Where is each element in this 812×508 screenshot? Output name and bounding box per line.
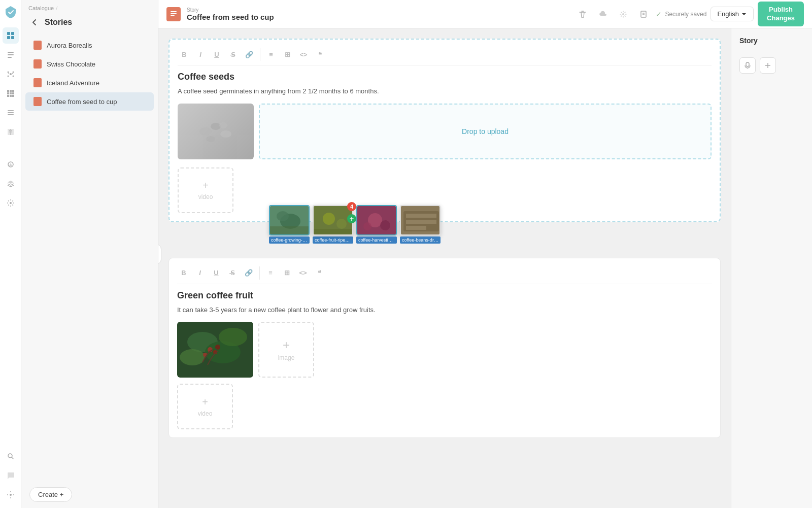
sidebar-item-aurora[interactable]: Aurora Borealis bbox=[25, 36, 154, 54]
nav-shapes[interactable] bbox=[3, 156, 19, 173]
nav-chat[interactable] bbox=[3, 467, 19, 484]
sidebar-item-coffee[interactable]: Coffee from seed to cup bbox=[25, 92, 154, 111]
nav-catalogue[interactable] bbox=[3, 27, 19, 44]
content-area: B I U S̶ 🔗 ≡ ⊞ <> ❝ Coffee seeds A coffe… bbox=[158, 28, 812, 508]
svg-rect-57 bbox=[406, 214, 436, 218]
svg-rect-24 bbox=[8, 112, 14, 113]
saved-status: ✓ Securely saved bbox=[656, 10, 706, 18]
toolbar-bold[interactable]: B bbox=[178, 48, 191, 61]
svg-point-41 bbox=[206, 136, 215, 142]
thumb-1: coffee-growing-twice-a-...vest.jpg bbox=[269, 205, 310, 244]
toolbar2-link[interactable]: 🔗 bbox=[242, 266, 255, 280]
toolbar2-bold[interactable]: B bbox=[177, 266, 190, 280]
toolbar-grid[interactable]: ⊞ bbox=[281, 48, 294, 61]
svg-rect-30 bbox=[35, 43, 40, 48]
nav-bottom-settings[interactable] bbox=[3, 487, 19, 503]
story-type-icon bbox=[166, 7, 181, 21]
panel-mic-button[interactable] bbox=[739, 57, 756, 74]
nav-layers[interactable] bbox=[3, 176, 19, 192]
thumb-img-3 bbox=[356, 205, 397, 235]
nav-pages[interactable] bbox=[3, 47, 19, 63]
thumb-img-4 bbox=[400, 205, 441, 235]
toolbar-underline[interactable]: U bbox=[210, 48, 223, 61]
sidebar-item-swiss[interactable]: Swiss Chocolate bbox=[25, 55, 154, 73]
floating-thumbnails: coffee-growing-twice-a-...vest.jpg bbox=[269, 205, 441, 244]
svg-rect-35 bbox=[641, 11, 646, 17]
panel-add-button[interactable] bbox=[760, 57, 776, 74]
back-button[interactable] bbox=[28, 16, 41, 28]
saved-text: Securely saved bbox=[665, 11, 706, 18]
thumb-2: + 4 coffee-fruit-ripening.jpg bbox=[313, 205, 353, 244]
toolbar2-underline[interactable]: U bbox=[210, 266, 223, 280]
block-1-title: Coffee seeds bbox=[178, 72, 712, 82]
delete-button[interactable] bbox=[574, 6, 591, 22]
nav-grid[interactable] bbox=[3, 85, 19, 101]
nav-network[interactable] bbox=[3, 66, 19, 82]
toolbar2-grid[interactable]: ⊞ bbox=[280, 266, 293, 280]
toolbar2-code[interactable]: <> bbox=[296, 266, 310, 280]
icon-bar bbox=[0, 0, 21, 508]
document-button[interactable] bbox=[635, 6, 652, 22]
nav-search[interactable] bbox=[3, 448, 19, 464]
video2-label: video bbox=[198, 410, 213, 417]
video-plus-icon: + bbox=[202, 180, 209, 191]
publish-button[interactable]: Publish Changes bbox=[758, 2, 804, 27]
svg-rect-0 bbox=[7, 32, 10, 35]
svg-rect-15 bbox=[10, 90, 12, 92]
video-placeholder-1[interactable]: + video bbox=[178, 167, 233, 213]
block-2-description: It can take 3-5 years for a new coffee p… bbox=[177, 305, 712, 315]
thumb-img-1 bbox=[269, 205, 310, 235]
video-placeholder-2[interactable]: + video bbox=[177, 384, 233, 429]
main-area: Story Coffee from seed to cup bbox=[158, 0, 812, 508]
add-image-placeholder[interactable]: + image bbox=[258, 322, 314, 378]
svg-point-38 bbox=[199, 127, 212, 136]
language-selector[interactable]: English bbox=[710, 7, 754, 21]
collapse-handle[interactable] bbox=[158, 244, 161, 264]
sidebar-list: Aurora Borealis Swiss Chocolate Iceland … bbox=[21, 33, 158, 481]
toolbar-strikethrough[interactable]: S̶ bbox=[226, 48, 240, 61]
svg-rect-16 bbox=[12, 90, 14, 92]
svg-rect-17 bbox=[7, 92, 9, 94]
svg-point-29 bbox=[10, 494, 12, 496]
sidebar-item-label-iceland: Iceland Adventure bbox=[47, 79, 99, 87]
thumb-4: coffee-beans-drying.jpg bbox=[400, 205, 441, 244]
drop-zone-1[interactable]: Drop to upload bbox=[259, 104, 712, 159]
settings-button[interactable] bbox=[615, 6, 631, 22]
drop-zone-text: Drop to upload bbox=[462, 127, 509, 136]
svg-rect-6 bbox=[8, 57, 12, 58]
svg-point-39 bbox=[211, 123, 221, 130]
toolbar2-italic[interactable]: I bbox=[193, 266, 207, 280]
nav-settings[interactable] bbox=[3, 195, 19, 211]
topbar: Story Coffee from seed to cup bbox=[158, 0, 812, 28]
story-label-group: Story Coffee from seed to cup bbox=[187, 7, 274, 21]
block-1-image[interactable] bbox=[178, 104, 254, 159]
toolbar-link[interactable]: 🔗 bbox=[243, 48, 256, 61]
svg-rect-18 bbox=[10, 92, 12, 94]
block-1-description: A coffee seed germinates in anything fro… bbox=[178, 86, 712, 96]
create-button[interactable]: Create + bbox=[29, 487, 72, 502]
nav-book[interactable] bbox=[3, 124, 19, 140]
svg-line-12 bbox=[8, 73, 9, 74]
svg-rect-4 bbox=[8, 52, 14, 53]
toolbar-list[interactable]: ≡ bbox=[264, 48, 278, 61]
sidebar-item-iceland[interactable]: Iceland Adventure bbox=[25, 74, 154, 92]
svg-rect-23 bbox=[8, 110, 14, 111]
toolbar-quote[interactable]: ❝ bbox=[313, 48, 326, 61]
svg-rect-21 bbox=[10, 95, 12, 97]
nav-list[interactable] bbox=[3, 105, 19, 121]
toolbar2-strikethrough[interactable]: S̶ bbox=[226, 266, 239, 280]
svg-point-42 bbox=[219, 122, 227, 128]
svg-point-7 bbox=[10, 73, 12, 75]
toolbar2-list[interactable]: ≡ bbox=[264, 266, 277, 280]
video2-plus-icon: + bbox=[202, 396, 208, 408]
svg-rect-20 bbox=[7, 95, 9, 97]
toolbar-italic[interactable]: I bbox=[194, 48, 207, 61]
cloud-button[interactable] bbox=[595, 6, 611, 22]
toolbar2-quote[interactable]: ❝ bbox=[313, 266, 326, 280]
toolbar-code[interactable]: <> bbox=[297, 48, 310, 61]
svg-rect-31 bbox=[171, 11, 177, 12]
story-icon-swiss bbox=[33, 59, 42, 69]
svg-rect-58 bbox=[406, 220, 436, 224]
block-2-video-row: + video bbox=[177, 384, 712, 429]
block-2-main-image[interactable] bbox=[177, 322, 253, 378]
